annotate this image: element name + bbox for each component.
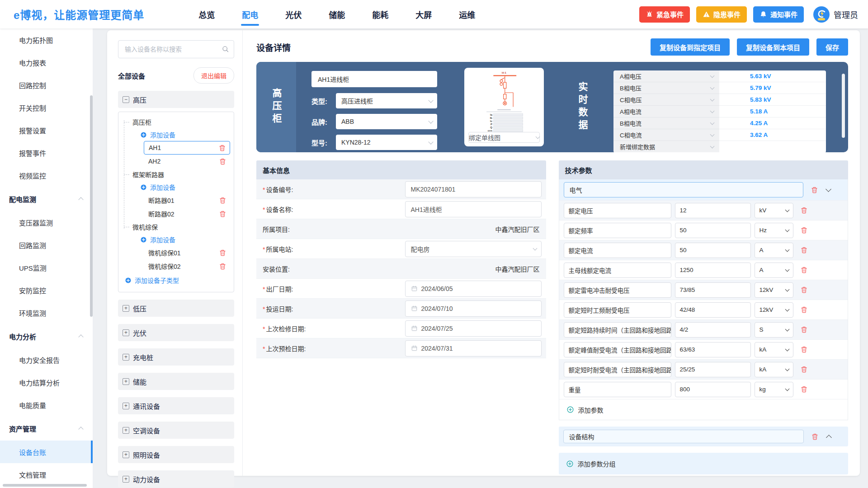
param-value-input[interactable]: 800 [675, 382, 751, 397]
tree-subtype[interactable]: 框架断路器 [124, 168, 230, 181]
sidebar-item[interactable]: 环境监测 [0, 301, 93, 324]
param-name-input[interactable]: 额定电流 [564, 243, 671, 258]
param-value-input[interactable]: 50 [675, 243, 751, 258]
device-type-select[interactable]: 高压进线柜 [336, 93, 437, 108]
bind-diagram-select[interactable]: 绑定单线图 [468, 132, 540, 143]
nav-item[interactable]: 大屏 [415, 0, 433, 28]
realtime-point-select[interactable]: B相电流 [613, 117, 719, 129]
sidebar-item[interactable]: 变压器监测 [0, 211, 93, 234]
tree-device-row[interactable]: 微机综保01 [144, 246, 230, 259]
group-name-input[interactable]: 设备结构 [563, 430, 804, 443]
sidebar-section-power-analysis[interactable]: 电力分析 [0, 324, 93, 348]
emergency-events-button[interactable]: 紧急事件 [639, 6, 690, 23]
exit-edit-button[interactable]: 退出编辑 [193, 67, 234, 84]
add-param-button[interactable]: 添加参数 [559, 399, 848, 420]
delete-param-icon[interactable] [800, 246, 808, 254]
add-subtype-link[interactable]: 添加设备子类型 [125, 273, 230, 287]
sidebar-item[interactable]: 报警事件 [0, 141, 93, 164]
delete-param-icon[interactable] [800, 326, 808, 333]
sidebar-item[interactable]: 视频监控 [0, 164, 93, 187]
tree-group-collapsed[interactable]: + 照明设备 [118, 446, 234, 463]
param-unit-select[interactable]: kA [755, 362, 793, 377]
sidebar-item[interactable]: 电能质量 [0, 394, 93, 416]
group-name-input[interactable]: 电气 [564, 182, 804, 197]
param-name-input[interactable]: 额定雷电冲击耐受电压 [564, 282, 671, 298]
tree-device-row[interactable]: AH1 [144, 141, 230, 155]
sidebar-item[interactable]: UPS监测 [0, 256, 93, 279]
param-unit-select[interactable]: kg [755, 382, 793, 397]
realtime-point-select[interactable]: A相电流 [613, 106, 719, 117]
tree-device-row[interactable]: 微机综保02 [144, 259, 230, 273]
search-input[interactable] [118, 40, 234, 58]
sidebar-section-distribution-monitor[interactable]: 配电监测 [0, 187, 93, 211]
sidebar-item[interactable]: 报警设置 [0, 119, 93, 141]
delete-param-icon[interactable] [800, 206, 808, 214]
realtime-point-select[interactable]: C相电流 [613, 129, 719, 141]
param-unit-select[interactable]: A [755, 243, 793, 258]
tree-device-row[interactable]: 断路器01 [144, 193, 230, 207]
sidebar-item[interactable]: 安防监控 [0, 279, 93, 301]
tree-device-row[interactable]: 断路器02 [144, 207, 230, 221]
tree-group-collapsed[interactable]: + 低压 [118, 300, 234, 317]
add-device-link[interactable]: 添加设备 [140, 181, 230, 193]
device-brand-select[interactable]: ABB [336, 114, 437, 129]
param-unit-select[interactable]: Hz [755, 223, 793, 238]
tree-group-collapsed[interactable]: + 通讯设备 [118, 397, 234, 414]
param-value-input[interactable]: 1250 [675, 263, 751, 278]
search-icon[interactable] [222, 45, 229, 53]
delete-param-icon[interactable] [800, 346, 808, 353]
delete-param-icon[interactable] [800, 226, 808, 234]
sidebar-horizontal-scrollbar[interactable] [3, 484, 87, 487]
delete-group-icon[interactable] [811, 186, 818, 194]
param-unit-select[interactable]: kV [755, 203, 793, 218]
sidebar-item-document-management[interactable]: 文档管理 [0, 463, 93, 486]
tree-subtype[interactable]: 高压柜 [124, 116, 230, 128]
panel-scrollbar[interactable] [842, 74, 845, 138]
tree-group-collapsed[interactable]: + 动力设备 [118, 470, 234, 488]
chevron-up-icon[interactable] [826, 435, 832, 441]
hazard-events-button[interactable]: 隐患事件 [696, 6, 747, 23]
realtime-point-select[interactable]: C相电压 [613, 94, 719, 106]
delete-param-icon[interactable] [800, 286, 808, 294]
sidebar-item[interactable]: 电力拓扑图 [0, 28, 93, 51]
device-code-input[interactable]: MK2024071801 [405, 181, 542, 197]
delete-param-icon[interactable] [800, 366, 808, 373]
station-select[interactable]: 配电房 [405, 241, 542, 257]
tree-group-collapsed[interactable]: + 光伏 [118, 324, 234, 341]
device-model-select[interactable]: KYN28-12 [336, 135, 437, 150]
commission-date-picker[interactable]: 2024/07/10 [405, 300, 542, 317]
copy-to-project-button[interactable]: 复制设备到指定项目 [651, 38, 730, 56]
sidebar-item[interactable]: 开关控制 [0, 96, 93, 119]
param-unit-select[interactable]: 12kV [755, 282, 793, 298]
sidebar-item[interactable]: 电力结算分析 [0, 371, 93, 394]
copy-to-this-project-button[interactable]: 复制设备到本项目 [737, 38, 809, 56]
sidebar-item[interactable]: 电力报表 [0, 51, 93, 74]
add-param-group-button[interactable]: 添加参数分组 [559, 453, 849, 474]
param-name-input[interactable]: 额定频率 [564, 223, 671, 238]
last-maintenance-date-picker[interactable]: 2024/07/25 [405, 320, 542, 337]
sidebar-item[interactable]: 回路监测 [0, 234, 93, 256]
delete-device-icon[interactable] [219, 263, 226, 270]
param-unit-select[interactable]: S [755, 322, 793, 338]
sidebar-item-device-ledger[interactable]: 设备台账 [0, 441, 93, 463]
delete-device-icon[interactable] [218, 144, 226, 152]
param-value-input[interactable]: 42/48 [675, 302, 751, 318]
param-name-input[interactable]: 主母线额定电流 [564, 263, 671, 278]
chevron-down-icon[interactable] [826, 186, 831, 192]
nav-item[interactable]: 总览 [198, 0, 216, 28]
param-name-input[interactable]: 重量 [564, 382, 671, 397]
sidebar-section-asset-management[interactable]: 资产管理 [0, 416, 93, 441]
sidebar-item[interactable]: 回路控制 [0, 74, 93, 96]
nav-item[interactable]: 储能 [328, 0, 346, 28]
delete-device-icon[interactable] [219, 158, 226, 165]
tree-device-row[interactable]: AH2 [144, 155, 230, 168]
param-name-input[interactable]: 额定峰值耐受电流（主回路和接地回路） [564, 342, 671, 357]
notice-events-button[interactable]: 通知事件 [753, 6, 804, 23]
param-name-input[interactable]: 额定短时耐受电流（主回路和接地回路） [564, 362, 671, 377]
realtime-point-select[interactable]: B相电压 [613, 82, 719, 94]
delete-device-icon[interactable] [219, 197, 226, 204]
param-unit-select[interactable]: 12kV [755, 302, 793, 318]
delete-device-icon[interactable] [219, 210, 226, 218]
delete-param-icon[interactable] [800, 385, 808, 393]
param-unit-select[interactable]: A [755, 263, 793, 278]
